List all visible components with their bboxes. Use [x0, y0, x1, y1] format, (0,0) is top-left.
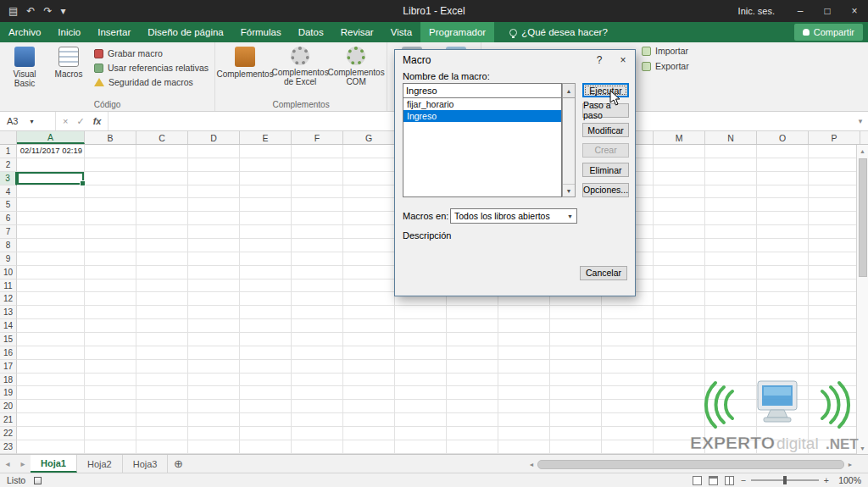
cell-D23[interactable] — [188, 440, 240, 454]
cell-H16[interactable] — [395, 346, 447, 360]
cell-I17[interactable] — [447, 360, 498, 374]
column-header-D[interactable]: D — [188, 131, 240, 144]
cell-H21[interactable] — [395, 413, 447, 427]
cell-O13[interactable] — [757, 306, 809, 319]
cell-K20[interactable] — [550, 400, 602, 413]
cell-N22[interactable] — [705, 427, 757, 440]
cell-D18[interactable] — [188, 374, 240, 387]
cell-B3[interactable] — [85, 172, 136, 185]
cell-O21[interactable] — [757, 413, 809, 427]
cell-J18[interactable] — [498, 374, 550, 387]
cell-B23[interactable] — [85, 440, 136, 454]
cell-C17[interactable] — [136, 360, 188, 374]
cell-K17[interactable] — [550, 360, 602, 374]
cell-A19[interactable] — [17, 386, 85, 400]
cell-C19[interactable] — [136, 386, 188, 400]
cell-E23[interactable] — [240, 440, 292, 454]
sheet-tab-hoja2[interactable]: Hoja2 — [77, 455, 123, 473]
column-header-E[interactable]: E — [240, 131, 292, 144]
cell-L19[interactable] — [602, 386, 654, 400]
cell-K15[interactable] — [550, 333, 602, 346]
cell-O16[interactable] — [757, 346, 809, 360]
column-header-N[interactable]: N — [705, 131, 757, 144]
cell-A22[interactable] — [17, 427, 85, 440]
cell-P22[interactable] — [809, 427, 860, 440]
cell-G2[interactable] — [343, 158, 395, 172]
modificar-button[interactable]: Modificar — [582, 123, 629, 137]
cell-H13[interactable] — [395, 306, 447, 319]
cell-A14[interactable] — [17, 319, 85, 333]
cell-H14[interactable] — [395, 319, 447, 333]
cell-M4[interactable] — [654, 185, 705, 199]
cell-D9[interactable] — [188, 252, 240, 266]
cell-O3[interactable] — [757, 172, 809, 185]
cell-M3[interactable] — [654, 172, 705, 185]
cell-M14[interactable] — [654, 319, 705, 333]
sign-in-button[interactable]: Inic. ses. — [738, 6, 775, 16]
row-header-12[interactable]: 12 — [0, 292, 17, 306]
undo-icon[interactable]: ↶ — [26, 5, 35, 17]
tab-insertar[interactable]: Insertar — [89, 22, 139, 42]
cell-G18[interactable] — [343, 374, 395, 387]
cell-G17[interactable] — [343, 360, 395, 374]
cell-F16[interactable] — [292, 346, 343, 360]
cell-A15[interactable] — [17, 333, 85, 346]
cell-B8[interactable] — [85, 239, 136, 252]
cell-D21[interactable] — [188, 413, 240, 427]
cell-H19[interactable] — [395, 386, 447, 400]
row-header-11[interactable]: 11 — [0, 279, 17, 293]
cell-A18[interactable] — [17, 374, 85, 387]
row-header-10[interactable]: 10 — [0, 266, 17, 279]
cell-D12[interactable] — [188, 292, 240, 306]
cell-P17[interactable] — [809, 360, 860, 374]
cell-G23[interactable] — [343, 440, 395, 454]
cell-B2[interactable] — [85, 158, 136, 172]
cell-B21[interactable] — [85, 413, 136, 427]
cell-P5[interactable] — [809, 198, 860, 212]
cell-M22[interactable] — [654, 427, 705, 440]
row-header-17[interactable]: 17 — [0, 360, 17, 374]
cell-P6[interactable] — [809, 212, 860, 225]
cell-E16[interactable] — [240, 346, 292, 360]
cell-N18[interactable] — [705, 374, 757, 387]
tell-me-box[interactable]: ¿Qué desea hacer? — [503, 22, 615, 42]
cell-A4[interactable] — [17, 185, 85, 199]
cell-J23[interactable] — [498, 440, 550, 454]
cell-F3[interactable] — [292, 172, 343, 185]
row-header-18[interactable]: 18 — [0, 374, 17, 387]
cell-N6[interactable] — [705, 212, 757, 225]
cell-M8[interactable] — [654, 239, 705, 252]
redo-icon[interactable]: ↷ — [43, 5, 52, 17]
cell-O9[interactable] — [757, 252, 809, 266]
cell-D19[interactable] — [188, 386, 240, 400]
formula-enter-icon[interactable]: ✓ — [76, 116, 84, 127]
cell-L20[interactable] — [602, 400, 654, 413]
cell-E8[interactable] — [240, 239, 292, 252]
cell-K16[interactable] — [550, 346, 602, 360]
paso-a-paso-button[interactable]: Paso a paso — [582, 103, 629, 118]
cell-C22[interactable] — [136, 427, 188, 440]
cell-G14[interactable] — [343, 319, 395, 333]
cell-F21[interactable] — [292, 413, 343, 427]
sheet-nav-right-icon[interactable]: ▸ — [15, 455, 31, 473]
row-header-9[interactable]: 9 — [0, 252, 17, 266]
vertical-scrollbar-thumb[interactable] — [859, 158, 867, 277]
cell-P19[interactable] — [809, 386, 860, 400]
cell-I14[interactable] — [447, 319, 498, 333]
cell-N20[interactable] — [705, 400, 757, 413]
cell-G7[interactable] — [343, 225, 395, 239]
cell-A2[interactable] — [17, 158, 85, 172]
name-box[interactable]: A3 ▾ — [0, 112, 56, 130]
cell-C3[interactable] — [136, 172, 188, 185]
cell-E17[interactable] — [240, 360, 292, 374]
cell-P10[interactable] — [809, 266, 860, 279]
macro-list-item-ingreso[interactable]: Ingreso — [403, 110, 561, 122]
complementos-button[interactable]: Complementos — [218, 43, 272, 80]
column-header-P[interactable]: P — [809, 131, 860, 144]
cell-E19[interactable] — [240, 386, 292, 400]
cell-D11[interactable] — [188, 279, 240, 293]
column-header-M[interactable]: M — [654, 131, 705, 144]
cell-F10[interactable] — [292, 266, 343, 279]
cell-F18[interactable] — [292, 374, 343, 387]
row-header-19[interactable]: 19 — [0, 386, 17, 400]
